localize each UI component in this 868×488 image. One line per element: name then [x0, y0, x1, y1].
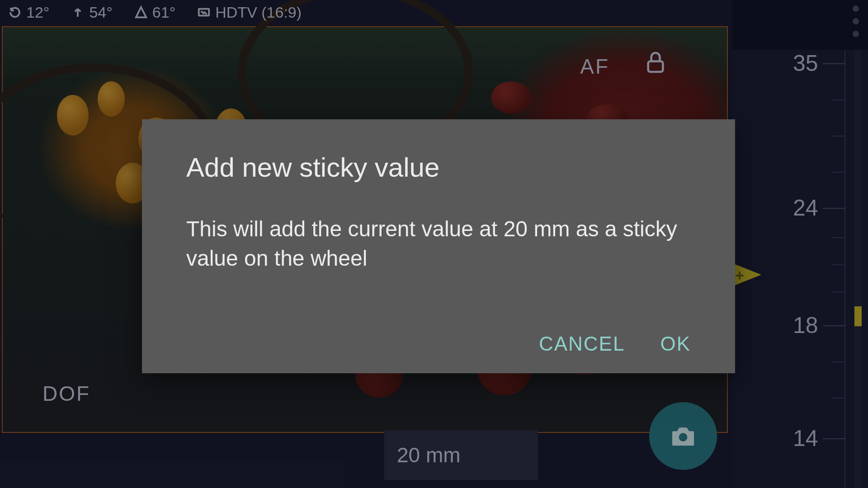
ok-button[interactable]: OK: [660, 333, 691, 355]
cancel-button[interactable]: CANCEL: [539, 333, 625, 355]
dialog-title: Add new sticky value: [186, 152, 691, 183]
dialog-body: This will add the current value at 20 mm…: [186, 215, 691, 333]
sticky-value-dialog: Add new sticky value This will add the c…: [142, 119, 735, 373]
